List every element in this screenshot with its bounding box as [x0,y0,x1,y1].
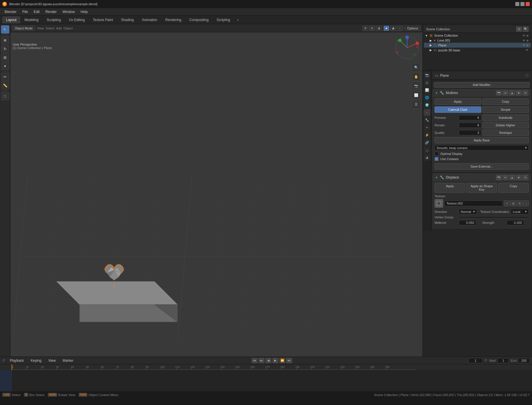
jump-prev-button[interactable]: ⏭ [259,358,264,363]
jump-start-button[interactable]: ⏮ [252,358,257,363]
add-modifier-button[interactable]: Add Modifier [434,82,530,88]
smooth-dropdown[interactable]: Smooth, keep corners ▾ [435,145,529,151]
multires-edit-icon[interactable]: ✏ [503,90,508,95]
texture-show-button[interactable]: → [523,200,529,206]
multires-close-icon[interactable]: ✕ [522,90,528,95]
add-cube-button[interactable]: □ [1,92,9,100]
maximize-button[interactable] [520,2,525,6]
show-gizmos-button[interactable]: ⊕ [362,26,368,31]
current-frame-field[interactable]: 1 [468,358,483,363]
tab-shading[interactable]: Shading [117,16,138,23]
add-menu[interactable]: Add [56,27,62,30]
multires-render-icon[interactable]: 📷 [496,90,502,95]
add-workspace-button[interactable]: + [234,16,241,23]
object-mode-dropdown[interactable]: Object Mode [12,26,35,31]
outliner-filter-button[interactable]: ⊟ [516,27,522,32]
multires-up-icon[interactable]: ▲ [509,90,515,95]
render-view-button[interactable]: ○ [397,26,403,31]
playback-menu[interactable]: Playback [7,358,26,363]
tab-scripting[interactable]: Scripting [213,16,234,23]
object-props-icon[interactable]: ○ [424,109,431,116]
keying-menu[interactable]: Keying [29,358,44,363]
menu-blender[interactable]: Blender [2,9,19,14]
texture-browse-button[interactable]: ⊟ [510,200,516,206]
displace-apply-shape-key-button[interactable]: Apply as Shape Key [466,183,497,193]
options-button[interactable]: Options [405,26,421,31]
play-reverse-button[interactable]: ◀ [266,358,271,363]
menu-render[interactable]: Render [43,9,59,14]
multires-apply-button[interactable]: Apply [435,98,481,105]
timeline-view-menu[interactable]: View [46,358,58,363]
constraints-icon[interactable]: 🔗 [424,139,431,146]
displace-edit-icon[interactable]: ✏ [503,175,508,180]
displace-modifier-header[interactable]: ▼ 🔧 Displace 📷 ✏ ▲ ▼ ✕ [433,174,531,181]
displace-copy-button[interactable]: Copy [498,183,529,193]
tab-texture-paint[interactable]: Texture Paint [89,16,117,23]
midlevel-value[interactable]: 0.050 [459,220,476,225]
save-external-button[interactable]: Save External... [435,163,529,170]
render-props-icon[interactable]: 📷 [424,72,431,78]
displace-apply-button[interactable]: Apply [435,183,465,193]
jump-end-button[interactable]: ⏭ [286,358,292,363]
menu-help[interactable]: Help [78,9,90,14]
tab-rendering[interactable]: Rendering [161,16,185,23]
side-view-button[interactable]: ☰ [412,100,420,108]
close-button[interactable] [526,2,530,6]
tab-modeling[interactable]: Modeling [21,16,42,23]
object-menu[interactable]: Object [63,27,73,30]
move-tool-button[interactable]: ⊕ [1,36,9,44]
front-view-button[interactable]: ⬜ [412,91,420,99]
transform-tool-button[interactable]: ✦ [1,62,9,70]
overlay-button[interactable]: ⊟ [369,26,375,31]
tab-animation[interactable]: Animation [138,16,161,23]
measure-tool-button[interactable]: 📏 [1,81,9,89]
texture-new-button[interactable]: + [504,200,510,206]
menu-edit[interactable]: Edit [31,9,42,14]
tab-compositing[interactable]: Compositing [186,16,213,23]
menu-window[interactable]: Window [60,9,77,14]
outliner-search-button[interactable]: 🔍 [523,27,529,32]
modifier-props-icon[interactable]: 🔧 [424,117,431,123]
direction-dropdown[interactable]: Normal ▾ [459,209,477,214]
outliner-item-love[interactable]: ▶ ♥ Love.001 👁 ⊕ [424,38,531,43]
zoom-in-button[interactable]: 🔍 [412,63,420,72]
render-value[interactable]: 8 [459,123,481,128]
apply-base-button[interactable]: Apply Base [435,137,529,143]
outliner-item-puzzle-base[interactable]: ▶ ▭ puzzle 3D base 👁 [424,48,531,52]
menu-file[interactable]: File [20,9,30,14]
preview-value[interactable]: 8 [459,115,481,120]
play-next-button[interactable]: ⏩ [279,358,285,363]
reshape-button[interactable]: Reshape [482,130,529,136]
rotate-tool-button[interactable]: ↻ [1,45,9,53]
outliner-item-plane[interactable]: ▶ ▭ Plane 👁 ⊕ [424,43,531,48]
vertex-group-field[interactable] [459,216,529,218]
delete-higher-button[interactable]: Delete Higher [482,122,529,128]
outliner-scene-collection[interactable]: ▼ ⊞ Scene Collection 👁 ⊕ [424,33,531,38]
subdivide-button[interactable]: Subdivide [482,115,529,121]
world-props-icon[interactable]: 🌍 [424,102,431,108]
xray-button[interactable]: ◑ [376,26,381,31]
displace-render-icon[interactable]: 📷 [496,175,502,180]
play-button[interactable]: ▶ [272,358,278,363]
texture-name-field[interactable]: Texture.002 [444,200,503,206]
view-menu[interactable]: View [37,27,44,30]
data-icon[interactable]: △ [424,147,431,153]
multires-copy-button[interactable]: Copy [482,98,529,105]
scale-tool-button[interactable]: ⊞ [1,53,9,61]
start-frame-field[interactable]: 1 [497,358,509,363]
material-icon[interactable]: ◕ [424,154,431,161]
multires-modifier-header[interactable]: ▼ 🔧 Multires 📷 ✏ ▲ ▼ ✕ [433,89,531,97]
quality-value[interactable]: 3 [459,130,481,135]
simple-button[interactable]: Simple [482,106,529,113]
material-view-button[interactable]: ◕ [390,26,396,31]
displace-close-icon[interactable]: ✕ [522,175,528,180]
solid-view-button[interactable]: ● [384,26,389,31]
texture-preview[interactable] [435,199,443,208]
multires-down-icon[interactable]: ▼ [516,90,522,95]
annotate-tool-button[interactable]: ✏ [1,73,9,81]
timeline-track[interactable]: 1 10 20 30 40 50 60 70 80 90 1 [0,364,532,391]
tab-sculpting[interactable]: Sculpting [43,16,65,23]
minimize-button[interactable] [515,2,519,6]
timeline-keyframe-area[interactable] [0,370,532,391]
output-props-icon[interactable]: 🖨 [424,79,431,86]
